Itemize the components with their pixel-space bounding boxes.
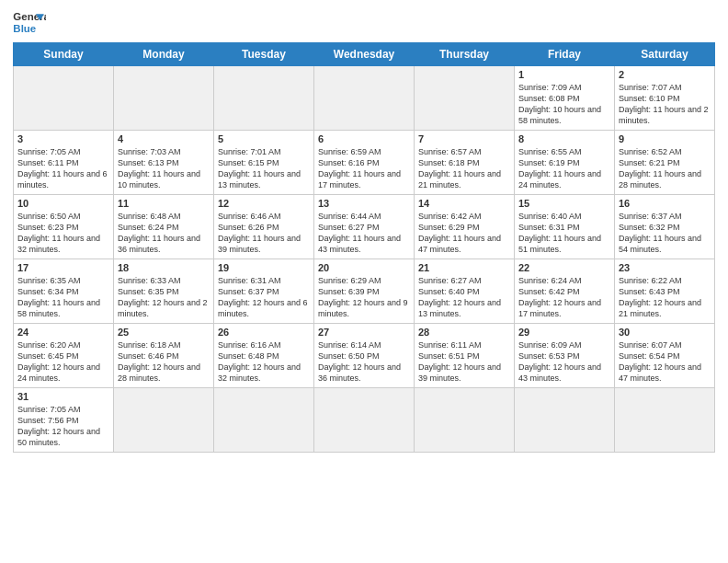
day-number: 28: [418, 327, 510, 338]
day-info: Sunrise: 7:01 AM Sunset: 6:15 PM Dayligh…: [218, 146, 310, 191]
day-number: 19: [218, 262, 310, 273]
day-number: 14: [418, 198, 510, 209]
calendar-cell: [515, 388, 615, 453]
day-number: 12: [218, 198, 310, 209]
calendar-cell: 11Sunrise: 6:48 AM Sunset: 6:24 PM Dayli…: [114, 195, 214, 259]
day-number: 21: [418, 262, 510, 273]
day-number: 15: [518, 198, 610, 209]
calendar-cell: [114, 388, 214, 453]
day-info: Sunrise: 6:55 AM Sunset: 6:19 PM Dayligh…: [518, 146, 610, 191]
header: General Blue: [13, 9, 715, 37]
day-number: 20: [318, 262, 410, 273]
calendar-week-row: 1Sunrise: 7:09 AM Sunset: 6:08 PM Daylig…: [14, 66, 715, 131]
day-number: 24: [17, 327, 109, 338]
calendar-cell: 23Sunrise: 6:22 AM Sunset: 6:43 PM Dayli…: [615, 259, 715, 324]
day-number: 30: [619, 327, 711, 338]
day-info: Sunrise: 6:37 AM Sunset: 6:32 PM Dayligh…: [619, 211, 711, 256]
calendar-cell: 15Sunrise: 6:40 AM Sunset: 6:31 PM Dayli…: [515, 195, 615, 259]
day-number: 17: [17, 262, 109, 273]
calendar-week-row: 17Sunrise: 6:35 AM Sunset: 6:34 PM Dayli…: [14, 259, 715, 324]
calendar-week-row: 31Sunrise: 7:05 AM Sunset: 7:56 PM Dayli…: [14, 388, 715, 453]
calendar-cell: [114, 66, 214, 131]
calendar-cell: 24Sunrise: 6:20 AM Sunset: 6:45 PM Dayli…: [14, 324, 114, 388]
calendar-week-row: 24Sunrise: 6:20 AM Sunset: 6:45 PM Dayli…: [14, 324, 715, 388]
day-info: Sunrise: 6:52 AM Sunset: 6:21 PM Dayligh…: [619, 146, 711, 191]
day-number: 31: [17, 391, 109, 402]
calendar-cell: 10Sunrise: 6:50 AM Sunset: 6:23 PM Dayli…: [14, 195, 114, 259]
day-info: Sunrise: 7:05 AM Sunset: 7:56 PM Dayligh…: [17, 404, 109, 449]
day-info: Sunrise: 6:11 AM Sunset: 6:51 PM Dayligh…: [418, 339, 510, 385]
calendar-cell: 28Sunrise: 6:11 AM Sunset: 6:51 PM Dayli…: [415, 324, 515, 388]
day-info: Sunrise: 6:14 AM Sunset: 6:50 PM Dayligh…: [318, 339, 410, 385]
day-info: Sunrise: 7:09 AM Sunset: 6:08 PM Dayligh…: [518, 82, 610, 127]
calendar-cell: [314, 66, 415, 131]
day-number: 5: [218, 133, 310, 144]
day-info: Sunrise: 6:22 AM Sunset: 6:43 PM Dayligh…: [619, 275, 711, 320]
col-header-saturday: Saturday: [615, 43, 715, 66]
calendar-cell: 13Sunrise: 6:44 AM Sunset: 6:27 PM Dayli…: [314, 195, 415, 259]
day-number: 18: [118, 262, 210, 273]
calendar-cell: 4Sunrise: 7:03 AM Sunset: 6:13 PM Daylig…: [114, 131, 214, 195]
calendar-cell: 8Sunrise: 6:55 AM Sunset: 6:19 PM Daylig…: [515, 131, 615, 195]
day-number: 9: [619, 133, 711, 144]
calendar-cell: [314, 388, 415, 453]
calendar-cell: 29Sunrise: 6:09 AM Sunset: 6:53 PM Dayli…: [515, 324, 615, 388]
day-number: 16: [619, 198, 711, 209]
day-number: 10: [17, 198, 109, 209]
day-number: 7: [418, 133, 510, 144]
calendar-cell: [214, 66, 314, 131]
day-number: 22: [518, 262, 610, 273]
day-info: Sunrise: 6:20 AM Sunset: 6:45 PM Dayligh…: [17, 339, 109, 385]
day-number: 4: [118, 133, 210, 144]
day-info: Sunrise: 6:27 AM Sunset: 6:40 PM Dayligh…: [418, 275, 510, 320]
day-info: Sunrise: 6:29 AM Sunset: 6:39 PM Dayligh…: [318, 275, 410, 320]
day-info: Sunrise: 6:24 AM Sunset: 6:42 PM Dayligh…: [518, 275, 610, 320]
calendar-cell: 21Sunrise: 6:27 AM Sunset: 6:40 PM Dayli…: [415, 259, 515, 324]
day-info: Sunrise: 6:31 AM Sunset: 6:37 PM Dayligh…: [218, 275, 310, 320]
calendar-cell: [615, 388, 715, 453]
calendar-cell: 26Sunrise: 6:16 AM Sunset: 6:48 PM Dayli…: [214, 324, 314, 388]
day-number: 26: [218, 327, 310, 338]
day-info: Sunrise: 6:50 AM Sunset: 6:23 PM Dayligh…: [17, 211, 109, 256]
col-header-tuesday: Tuesday: [214, 43, 314, 66]
calendar-cell: [214, 388, 314, 453]
day-number: 11: [118, 198, 210, 209]
day-info: Sunrise: 6:42 AM Sunset: 6:29 PM Dayligh…: [418, 211, 510, 256]
page: General Blue SundayMondayTuesdayWednesda…: [0, 0, 728, 563]
calendar-week-row: 10Sunrise: 6:50 AM Sunset: 6:23 PM Dayli…: [14, 195, 715, 259]
calendar-cell: 25Sunrise: 6:18 AM Sunset: 6:46 PM Dayli…: [114, 324, 214, 388]
calendar-cell: 20Sunrise: 6:29 AM Sunset: 6:39 PM Dayli…: [314, 259, 415, 324]
day-info: Sunrise: 6:18 AM Sunset: 6:46 PM Dayligh…: [118, 339, 210, 385]
day-info: Sunrise: 6:48 AM Sunset: 6:24 PM Dayligh…: [118, 211, 210, 256]
col-header-friday: Friday: [515, 43, 615, 66]
day-number: 3: [17, 133, 109, 144]
day-info: Sunrise: 6:57 AM Sunset: 6:18 PM Dayligh…: [418, 146, 510, 191]
calendar-cell: 1Sunrise: 7:09 AM Sunset: 6:08 PM Daylig…: [515, 66, 615, 131]
calendar-cell: 14Sunrise: 6:42 AM Sunset: 6:29 PM Dayli…: [415, 195, 515, 259]
day-info: Sunrise: 6:44 AM Sunset: 6:27 PM Dayligh…: [318, 211, 410, 256]
day-number: 23: [619, 262, 711, 273]
calendar-week-row: 3Sunrise: 7:05 AM Sunset: 6:11 PM Daylig…: [14, 131, 715, 195]
day-info: Sunrise: 6:16 AM Sunset: 6:48 PM Dayligh…: [218, 339, 310, 385]
col-header-sunday: Sunday: [14, 43, 114, 66]
calendar-cell: 19Sunrise: 6:31 AM Sunset: 6:37 PM Dayli…: [214, 259, 314, 324]
calendar-cell: [415, 388, 515, 453]
calendar-table: SundayMondayTuesdayWednesdayThursdayFrid…: [13, 42, 715, 453]
calendar-cell: 27Sunrise: 6:14 AM Sunset: 6:50 PM Dayli…: [314, 324, 415, 388]
calendar-cell: 3Sunrise: 7:05 AM Sunset: 6:11 PM Daylig…: [14, 131, 114, 195]
day-info: Sunrise: 6:09 AM Sunset: 6:53 PM Dayligh…: [518, 339, 610, 385]
day-number: 6: [318, 133, 410, 144]
calendar-cell: 16Sunrise: 6:37 AM Sunset: 6:32 PM Dayli…: [615, 195, 715, 259]
day-number: 29: [518, 327, 610, 338]
logo: General Blue: [13, 9, 46, 37]
calendar-cell: 5Sunrise: 7:01 AM Sunset: 6:15 PM Daylig…: [214, 131, 314, 195]
calendar-cell: 18Sunrise: 6:33 AM Sunset: 6:35 PM Dayli…: [114, 259, 214, 324]
day-number: 13: [318, 198, 410, 209]
calendar-header-row: SundayMondayTuesdayWednesdayThursdayFrid…: [14, 43, 715, 66]
generalblue-logo-icon: General Blue: [13, 9, 46, 37]
day-info: Sunrise: 7:03 AM Sunset: 6:13 PM Dayligh…: [118, 146, 210, 191]
col-header-thursday: Thursday: [415, 43, 515, 66]
day-info: Sunrise: 6:40 AM Sunset: 6:31 PM Dayligh…: [518, 211, 610, 256]
calendar-cell: 7Sunrise: 6:57 AM Sunset: 6:18 PM Daylig…: [415, 131, 515, 195]
day-info: Sunrise: 6:35 AM Sunset: 6:34 PM Dayligh…: [17, 275, 109, 320]
